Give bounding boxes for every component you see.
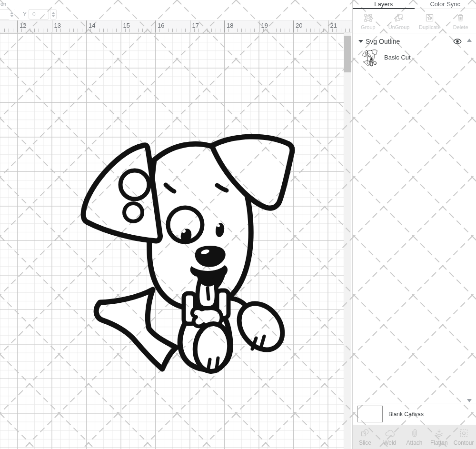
ruler-minor-tick — [60, 29, 61, 32]
slice-icon — [360, 428, 370, 438]
ruler-inch-tick — [190, 20, 190, 33]
ruler-minor-tick — [345, 29, 346, 32]
contour-button[interactable]: Contour — [451, 425, 476, 449]
tab-color-sync[interactable]: Color Sync — [415, 0, 476, 9]
ruler-inch-tick — [224, 20, 225, 33]
ruler-minor-tick — [181, 29, 181, 32]
flatten-icon — [434, 428, 444, 438]
ruler-number: 16 — [158, 22, 164, 29]
x-position-stepper[interactable] — [9, 9, 15, 20]
canvas-scrollbar-track[interactable] — [344, 32, 351, 449]
ruler-minor-tick — [306, 29, 307, 32]
chevron-down-icon[interactable] — [358, 40, 363, 43]
group-icon — [363, 13, 373, 23]
ruler-minor-tick — [142, 29, 143, 32]
ruler-minor-tick — [43, 29, 43, 32]
ruler-minor-tick — [203, 29, 203, 32]
ruler-minor-tick — [47, 29, 48, 32]
step-down-icon[interactable] — [10, 15, 14, 17]
panel-scroll-down-icon[interactable] — [467, 399, 472, 402]
ruler-number: 17 — [192, 22, 199, 29]
ruler-minor-tick — [21, 29, 22, 32]
ruler-number: 14 — [89, 22, 95, 29]
step-up-icon[interactable] — [51, 12, 55, 14]
ruler-minor-tick — [9, 29, 9, 32]
ruler-minor-tick — [319, 29, 319, 32]
ruler-minor-tick — [177, 29, 177, 32]
ruler-minor-tick — [194, 29, 195, 32]
y-position-input[interactable]: 0 — [29, 9, 49, 20]
ruler-inch-tick — [155, 20, 156, 33]
button-label: Group — [361, 24, 376, 30]
button-label: Slice — [359, 439, 371, 446]
step-up-icon[interactable] — [10, 12, 14, 14]
blank-canvas-row[interactable]: Blank Canvas — [353, 403, 476, 425]
layer-item-basic-cut[interactable]: Basic Cut — [353, 49, 476, 67]
canvas-color-swatch[interactable] — [357, 406, 383, 422]
ruler-minor-tick — [90, 29, 91, 32]
ruler-minor-tick — [198, 29, 199, 32]
canvas-scrollbar-thumb[interactable] — [344, 36, 351, 72]
ruler-minor-tick — [341, 29, 341, 32]
ruler-minor-tick — [332, 29, 333, 32]
ruler-minor-tick — [220, 29, 220, 32]
ruler-minor-tick — [241, 29, 242, 32]
attach-button[interactable]: Attach — [402, 425, 427, 449]
ruler-minor-tick — [246, 29, 246, 32]
tab-layers[interactable]: Layers — [353, 0, 415, 9]
ruler-minor-tick — [78, 29, 78, 32]
ruler-inch-tick — [121, 20, 121, 33]
ruler-minor-tick — [82, 29, 82, 32]
weld-icon — [385, 428, 395, 438]
ruler-minor-tick — [39, 29, 39, 32]
duplicate-icon — [425, 13, 435, 23]
group-button[interactable]: Group — [353, 10, 384, 33]
puppy-artwork[interactable] — [75, 132, 299, 373]
ruler-minor-tick — [95, 29, 95, 32]
ruler-minor-tick — [272, 29, 272, 32]
button-label: UnGroup — [388, 24, 410, 30]
ruler-minor-tick — [172, 29, 173, 32]
button-label: Flatten — [430, 439, 448, 446]
ruler-minor-tick — [263, 29, 264, 32]
ruler-minor-tick — [112, 29, 112, 32]
ruler-minor-tick — [310, 29, 311, 32]
ruler-number: 12 — [20, 22, 26, 29]
ruler-minor-tick — [233, 29, 233, 32]
toolbar-fragment-label: on — [0, 1, 6, 7]
ungroup-icon — [394, 13, 404, 23]
ruler-minor-tick — [99, 29, 99, 32]
ruler-minor-tick — [315, 29, 315, 32]
weld-button[interactable]: Weld — [377, 425, 402, 449]
ruler-number: 15 — [123, 22, 130, 29]
duplicate-button[interactable]: Duplicate — [415, 10, 446, 33]
ruler-minor-tick — [103, 29, 104, 32]
ruler-number: 20 — [296, 22, 302, 29]
button-label: Duplicate — [419, 24, 441, 30]
design-canvas[interactable] — [0, 32, 344, 449]
layer-group-row[interactable]: Svg Outline — [353, 34, 476, 49]
y-position-stepper[interactable] — [50, 9, 57, 20]
ruler-inch-tick — [17, 20, 18, 33]
ruler-minor-tick — [116, 29, 117, 32]
panel-tabs: Layers Color Sync — [353, 0, 476, 9]
delete-icon — [456, 13, 466, 23]
ruler-number: 21 — [330, 22, 337, 29]
ruler-minor-tick — [298, 29, 298, 32]
layer-name: Basic Cut — [384, 54, 411, 61]
ungroup-button[interactable]: UnGroup — [384, 10, 415, 33]
ruler-minor-tick — [164, 29, 164, 32]
ruler-minor-tick — [349, 29, 350, 32]
y-position-value: 0 — [32, 11, 36, 18]
button-label: Delete — [453, 24, 468, 30]
step-down-icon[interactable] — [51, 15, 55, 17]
eye-icon[interactable] — [453, 38, 462, 45]
ruler-minor-tick — [159, 29, 160, 32]
flatten-button[interactable]: Flatten — [426, 425, 451, 449]
ruler-minor-tick — [26, 29, 26, 32]
slice-button[interactable]: Slice — [353, 425, 377, 449]
delete-button[interactable]: Delete — [445, 10, 476, 33]
ruler-minor-tick — [129, 29, 130, 32]
ruler-inch-tick — [259, 20, 259, 33]
panel-scroll-up-icon[interactable] — [467, 39, 472, 42]
